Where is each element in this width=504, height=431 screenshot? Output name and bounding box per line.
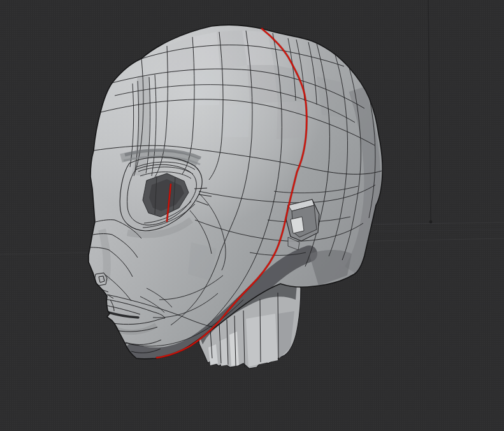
viewport-canvas[interactable]: [0, 0, 504, 431]
blender-3d-viewport[interactable]: [0, 0, 504, 431]
origin-axis-line: [428, 0, 432, 223]
